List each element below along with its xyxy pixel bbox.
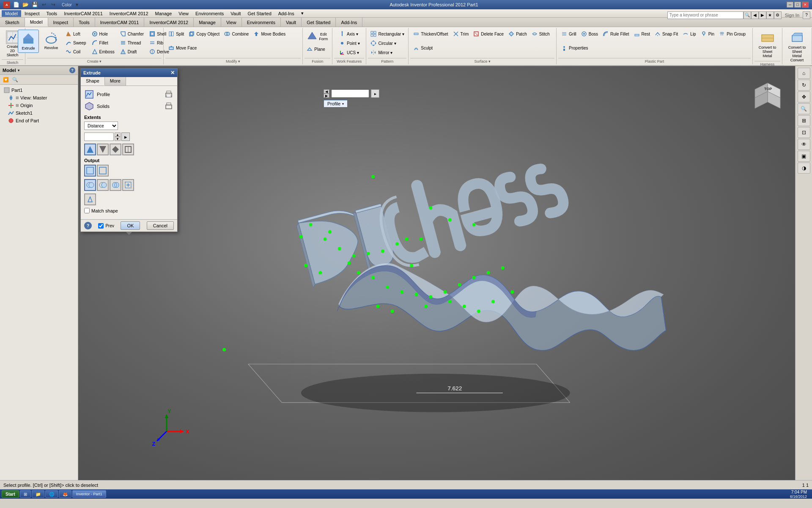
- tab-tools[interactable]: Tools: [74, 18, 95, 27]
- dir-btn-positive[interactable]: [84, 144, 96, 155]
- tab-get-started[interactable]: Get Started: [302, 18, 336, 27]
- btn-patch[interactable]: Patch: [506, 30, 529, 38]
- btn-point[interactable]: Point ▾: [337, 39, 362, 47]
- btn-fillet[interactable]: Fillet: [90, 39, 116, 47]
- tab-inventorcam2012[interactable]: InventorCAM 2012: [144, 18, 194, 27]
- taskbar-inventor[interactable]: Inventor - Part1: [72, 490, 106, 498]
- taskbar-browser[interactable]: 🌐: [45, 490, 58, 498]
- tab-inspect[interactable]: Inspect: [48, 18, 74, 27]
- menu-vault[interactable]: Vault: [227, 10, 244, 17]
- tree-item-part1[interactable]: Part1: [2, 86, 76, 94]
- qat-undo[interactable]: ↩: [40, 1, 48, 8]
- btn-thicken[interactable]: Thicken/Offset: [411, 30, 450, 38]
- btn-extrude[interactable]: Extrude: [18, 30, 39, 53]
- btn-convert-sheet-metal[interactable]: Convert toSheet MetalConvert: [785, 30, 809, 64]
- rt-shadows[interactable]: ◑: [798, 163, 810, 174]
- out-btn-solid[interactable]: [84, 165, 96, 177]
- rt-look-at[interactable]: 👁: [798, 139, 810, 150]
- btn-boss[interactable]: Boss: [579, 30, 600, 38]
- menu-more[interactable]: ▾: [298, 10, 307, 17]
- profile-print-icon[interactable]: [164, 89, 174, 99]
- dim-input[interactable]: 0.125 in: [331, 89, 369, 98]
- search-button[interactable]: 🔍: [743, 11, 751, 19]
- dist-expand[interactable]: ▸: [121, 133, 130, 141]
- dialog-ok-btn[interactable]: OK: [121, 221, 140, 230]
- menu-model[interactable]: Model: [2, 10, 21, 17]
- btn-trim[interactable]: Trim: [451, 30, 471, 38]
- help-btn[interactable]: ?: [803, 11, 810, 19]
- btn-chamfer[interactable]: Chamfer: [118, 30, 145, 38]
- menu-get-started[interactable]: Get Started: [244, 10, 275, 17]
- tree-item-end-of-part[interactable]: End of Part: [2, 117, 76, 124]
- tab-inventorcam2011[interactable]: InventorCAM 2011: [95, 18, 145, 27]
- btn-circular[interactable]: Circular ▾: [368, 39, 398, 47]
- tab-view[interactable]: View: [221, 18, 242, 27]
- btn-stitch[interactable]: Stitch: [529, 30, 551, 38]
- qat-redo[interactable]: ↪: [49, 1, 58, 8]
- canvas-area[interactable]: 7.622 X Y Z ◀ ▶: [78, 66, 812, 499]
- search-input[interactable]: [667, 11, 743, 19]
- menu-inventorcam2012[interactable]: InventorCAM 2012: [106, 10, 152, 17]
- navcube[interactable]: TOP: [749, 79, 787, 117]
- rt-zoom-selected[interactable]: ⊡: [798, 127, 810, 138]
- dim-nav-prev[interactable]: ◀: [324, 89, 329, 94]
- btn-ucs[interactable]: UCS ▾: [337, 48, 361, 57]
- toolbar-filter[interactable]: 🔽: [2, 76, 10, 83]
- solids-print-icon[interactable]: [164, 101, 174, 111]
- btn-revolve[interactable]: Revolve: [41, 30, 62, 52]
- menu-inventorcam2011[interactable]: InventorCAM 2011: [60, 10, 106, 17]
- maximize-btn[interactable]: □: [794, 2, 801, 8]
- btn-plane[interactable]: Plane: [304, 45, 327, 53]
- rt-home[interactable]: ⌂: [798, 68, 810, 79]
- extent-type-select[interactable]: Distance To Next To From-To Between All: [84, 121, 118, 130]
- btn-emboss[interactable]: Emboss: [90, 47, 116, 56]
- tab-sketch[interactable]: Sketch: [0, 18, 25, 27]
- qat-new[interactable]: 📄: [12, 1, 20, 8]
- rt-display-style[interactable]: ▣: [798, 151, 810, 162]
- btn-sweep[interactable]: Sweep: [63, 39, 88, 47]
- tab-manage[interactable]: Manage: [194, 18, 221, 27]
- btn-mirror[interactable]: Mirror ▾: [368, 48, 394, 57]
- profile-button[interactable]: Profile ▾: [324, 100, 348, 108]
- btn-loft[interactable]: Loft: [63, 30, 88, 38]
- bool-intersect[interactable]: [110, 179, 121, 191]
- taskbar-firefox[interactable]: 🦊: [59, 490, 71, 498]
- rt-zoom[interactable]: 🔍: [798, 103, 810, 114]
- dialog-info-btn[interactable]: ?: [84, 222, 92, 229]
- btn-lip[interactable]: Lip: [680, 30, 697, 38]
- btn-move-bodies[interactable]: Move Bodies: [251, 30, 287, 38]
- taskbar-folder[interactable]: 📁: [32, 490, 44, 498]
- rt-pan[interactable]: ✥: [798, 91, 810, 102]
- qat-save[interactable]: 💾: [30, 1, 39, 8]
- btn-pin-group[interactable]: Pin Group: [717, 30, 747, 38]
- dialog-tab-more[interactable]: More: [105, 77, 126, 86]
- tab-add-ins[interactable]: Add-Ins: [336, 18, 362, 27]
- menu-manage[interactable]: Manage: [152, 10, 176, 17]
- btn-hole[interactable]: Hole: [90, 30, 116, 38]
- toolbar-search[interactable]: 🔍: [11, 76, 19, 83]
- dialog-preview-checkbox[interactable]: [98, 223, 104, 229]
- tab-environments[interactable]: Environments: [242, 18, 281, 27]
- dim-nav-next[interactable]: ▶: [324, 94, 329, 98]
- out-btn-surface[interactable]: [97, 165, 109, 177]
- dialog-tab-shape[interactable]: Shape: [81, 77, 105, 86]
- bool-new-solid[interactable]: [122, 179, 134, 191]
- menu-view[interactable]: View: [175, 10, 192, 17]
- btn-rectangular[interactable]: Rectangular ▾: [368, 30, 406, 38]
- minimize-btn[interactable]: ─: [787, 2, 793, 8]
- btn-edit-form[interactable]: EditForm: [304, 30, 330, 44]
- btn-rest[interactable]: Rest: [632, 30, 652, 38]
- btn-sculpt[interactable]: Sculpt: [411, 44, 434, 52]
- tree-item-views[interactable]: ⊞ View: Master: [2, 94, 76, 102]
- btn-axis[interactable]: Axis ▾: [337, 30, 360, 38]
- taskbar-windows-explorer[interactable]: ⊞: [20, 490, 31, 498]
- btn-harness[interactable]: Convert toSheet Metal: [755, 30, 779, 60]
- tab-model[interactable]: Model: [25, 18, 48, 27]
- dir-btn-negative[interactable]: [97, 144, 109, 155]
- dialog-cancel-btn[interactable]: Cancel: [147, 221, 174, 230]
- model-dropdown-arrow[interactable]: ▾: [18, 69, 19, 72]
- btn-draft[interactable]: Draft: [118, 47, 145, 56]
- distance-down[interactable]: ▼: [115, 137, 121, 141]
- tree-item-sketch1[interactable]: Sketch1: [2, 109, 76, 117]
- btn-snap-fit[interactable]: Snap Fit: [653, 30, 680, 38]
